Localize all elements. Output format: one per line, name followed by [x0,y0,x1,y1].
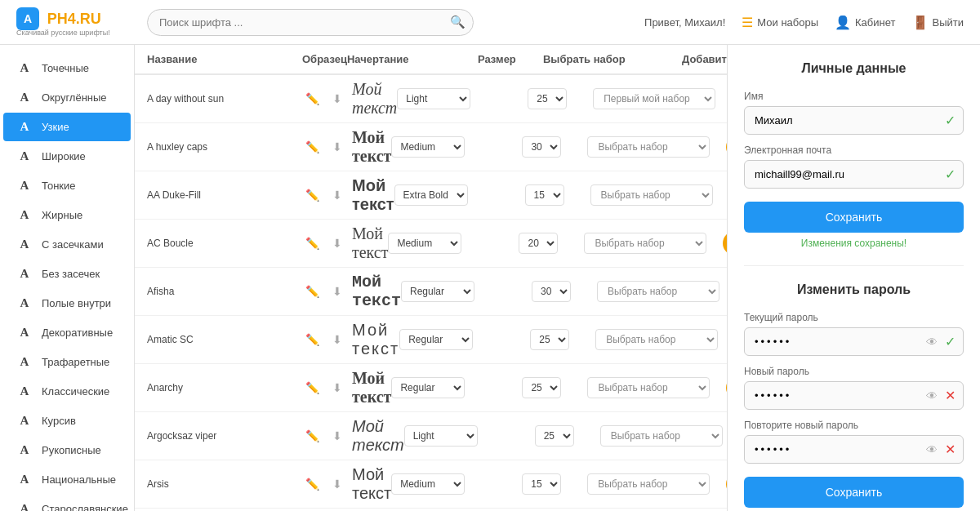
table-row: A day without sun ✏️ ⬇ Мой текст LightRe… [135,75,727,123]
set-select[interactable]: Выбрать набор Первый мой набор Выбрать н… [590,184,713,206]
download-font-button[interactable]: ⬇ [329,380,345,396]
size-select[interactable]: 10152025303540 [530,329,569,350]
style-select[interactable]: LightRegularMediumBoldExtra Bold [399,329,473,350]
font-preview-cell: ✏️ ⬇ Мой текст [302,369,391,407]
set-select[interactable]: Выбрать набор Первый мой набор Выбрать н… [587,136,710,158]
nav-logout-label: Выйти [933,16,964,29]
size-select[interactable]: 10152025303540 [519,233,558,254]
sidebar-item-национальные[interactable]: А Национальные [3,465,131,494]
current-pw-eye-icon[interactable]: 👁 [926,335,938,349]
search-input[interactable] [147,9,474,36]
sidebar-item-label: Тонкие [42,180,76,192]
download-font-button[interactable]: ⬇ [329,331,345,348]
sidebar-item-трафаретные[interactable]: А Трафаретные [3,348,131,376]
email-input[interactable] [744,160,964,189]
sidebar-item-широкие[interactable]: А Широкие [3,142,131,171]
set-select[interactable]: Выбрать набор Первый мой набор Выбрать н… [597,281,719,302]
size-cell: 10152025303540 [519,233,584,254]
set-select[interactable]: Выбрать набор Первый мой набор Выбрать н… [587,377,710,398]
nav-sets-link[interactable]: ☰ Мои наборы [742,15,818,30]
edit-preview-button[interactable]: ✏️ [302,283,323,300]
sidebar-item-label: Без засечек [42,268,100,280]
fonts-area: Название Образец Начертание Размер Выбра… [135,45,727,511]
repeat-pw-eye-icon[interactable]: 👁 [926,443,938,456]
set-select[interactable]: Выбрать набор Первый мой набор Выбрать н… [600,425,723,447]
edit-preview-button[interactable]: ✏️ [302,235,323,251]
table-row: A huxley caps ✏️ ⬇ Мой текст LightRegula… [135,123,727,171]
sidebar-item-узкие[interactable]: А Узкие [3,113,131,141]
size-select[interactable]: 10152025303540 [522,473,561,495]
download-font-button[interactable]: ⬇ [329,91,345,107]
name-field-wrap: ✓ [744,106,964,135]
sidebar-icon: А [16,208,33,222]
edit-preview-button[interactable]: ✏️ [302,91,323,107]
set-select[interactable]: Выбрать набор Первый мой набор Выбрать н… [587,473,710,495]
download-font-button[interactable]: ⬇ [329,428,345,444]
set-select[interactable]: Первый мой набор Первый мой набор Выбрат… [593,88,715,109]
font-preview-text: Мой текст [352,128,391,166]
style-select[interactable]: LightRegularMediumBoldExtra Bold [401,281,474,302]
new-pw-eye-icon[interactable]: 👁 [926,389,938,402]
sidebar-item-округлённые[interactable]: А Округлённые [3,83,131,112]
edit-preview-button[interactable]: ✏️ [302,476,323,492]
sidebar-item-точечные[interactable]: А Точечные [3,54,131,82]
sidebar-item-label: Декоративные [42,327,113,339]
download-font-button[interactable]: ⬇ [329,235,345,251]
personal-save-button[interactable]: Сохранить [744,202,964,233]
set-select[interactable]: Выбрать набор Первый мой набор Выбрать н… [584,233,706,254]
style-select[interactable]: LightRegularMediumBoldExtra Bold [404,425,478,447]
download-font-button[interactable]: ⬇ [329,139,345,155]
size-select[interactable]: 10152025303540 [522,377,561,398]
table-row: Afisha ✏️ ⬇ Мой текст LightRegularMedium… [135,268,727,316]
saved-message: Изменения сохранены! [744,238,964,249]
sidebar-item-жирные[interactable]: А Жирные [3,201,131,229]
font-preview-text: Мой текст [352,369,391,407]
style-select[interactable]: LightRegularMediumBoldExtra Bold [391,136,465,158]
name-input[interactable] [744,106,964,135]
download-font-button[interactable]: ⬇ [329,476,345,492]
size-select[interactable]: 10152025303540 [532,281,571,302]
sidebar-item-рукописные[interactable]: А Рукописные [3,436,131,464]
set-select[interactable]: Выбрать набор Первый мой набор Выбрать н… [595,329,718,350]
col-style: Начертание [347,53,478,65]
sidebar-item-label: Рукописные [42,444,101,456]
size-select[interactable]: 10152025303540 [528,88,567,109]
size-select[interactable]: 10152025303540 [522,136,561,158]
size-select[interactable]: 10152025303540 [525,184,564,206]
edit-preview-button[interactable]: ✏️ [302,139,323,155]
edit-preview-button[interactable]: ✏️ [302,380,323,396]
sidebar-item-полые-внутри[interactable]: А Полые внутри [3,289,131,318]
style-select[interactable]: LightRegularMediumBoldExtra Bold [391,377,465,398]
sidebar-item-старославянские[interactable]: А Старославянские [3,495,131,511]
style-select[interactable]: LightRegularMediumBoldExtra Bold [391,473,465,495]
download-font-button[interactable]: ⬇ [329,187,345,203]
nav-logout-link[interactable]: 🚪 Выйти [912,15,964,30]
font-preview-text: Мой текст [352,273,401,310]
edit-preview-button[interactable]: ✏️ [302,331,323,348]
style-select[interactable]: LightRegularMediumBoldExtra Bold [388,233,461,254]
personal-title: Личные данные [744,61,964,76]
sidebar-item-label: Трафаретные [42,356,109,368]
sidebar-item-тонкие[interactable]: А Тонкие [3,171,131,200]
sidebar-item-с-засечками[interactable]: А С засечками [3,230,131,259]
repeat-pw-wrap: 👁 ✕ [744,435,964,464]
size-select[interactable]: 10152025303540 [535,425,574,447]
sidebar-item-label: Национальные [42,473,116,486]
sidebar-item-без-засечек[interactable]: А Без засечек [3,260,131,288]
style-select[interactable]: LightRegularMediumBoldExtra Bold [394,184,468,206]
sidebar-item-декоративные[interactable]: А Декоративные [3,318,131,347]
search-button[interactable]: 🔍 [450,15,466,29]
change-pw-title: Изменить пароль [744,282,964,297]
sidebar-item-классические[interactable]: А Классические [3,377,131,406]
sidebar-item-курсив[interactable]: А Курсив [3,407,131,435]
search-wrap: 🔍 [147,9,474,36]
edit-preview-button[interactable]: ✏️ [302,428,323,444]
col-size: Размер [478,53,543,65]
edit-preview-button[interactable]: ✏️ [302,187,323,203]
download-font-button[interactable]: ⬇ [329,283,345,300]
nav-cabinet-link[interactable]: 👤 Кабинет [835,15,895,30]
sidebar-icon: А [16,384,33,398]
style-select[interactable]: LightRegularMediumBoldExtra Bold [397,88,470,109]
new-pw-err-icon: ✕ [945,388,956,403]
pw-save-button[interactable]: Сохранить [744,477,964,508]
